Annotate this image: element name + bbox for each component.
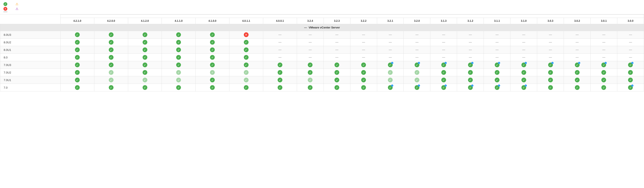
cell-7-15: ✓ xyxy=(510,84,537,91)
compatible-faded-cell-icon: ✓ xyxy=(388,70,393,75)
compatible-cell-icon: ✓ xyxy=(109,47,114,52)
row-label-2: 8.0U1 xyxy=(0,46,60,54)
cell-0-12: — xyxy=(430,31,457,39)
compatible-cell-icon: ✓ xyxy=(548,78,553,82)
compatible-past-cell-icon: ✓ xyxy=(414,85,419,90)
compatible-cell-icon: ✓ xyxy=(575,78,580,82)
not-supported-cell-icon: — xyxy=(469,48,472,52)
compatible-cell-icon: ✓ xyxy=(575,85,580,90)
compatible-cell-icon: ✓ xyxy=(142,40,147,45)
compatible-cell-icon: ✓ xyxy=(176,85,181,90)
table-row: 7.0U1✓✓✓✓✓✓✓✓✓✓✓✓✓✓✓✓✓✓✓✓ xyxy=(0,76,644,84)
compatible-cell-icon: ✓ xyxy=(441,78,446,82)
cell-1-10: — xyxy=(377,39,404,46)
compatible-cell-icon: ✓ xyxy=(142,85,147,90)
section-header-row: —VMware vCenter Server xyxy=(0,24,644,31)
compatible-cell-icon: ✓ xyxy=(75,63,80,67)
cell-1-12: — xyxy=(430,39,457,46)
not-supported-cell-icon: — xyxy=(522,48,525,52)
not-supported-cell-icon: — xyxy=(335,41,338,44)
cell-4-3: ✓ xyxy=(162,61,196,69)
cell-3-3: ✓ xyxy=(162,54,196,61)
cell-0-1: ✓ xyxy=(94,31,128,39)
not-supported-cell-icon: — xyxy=(549,56,552,59)
cell-0-18: — xyxy=(590,31,617,39)
cell-5-16: ✓ xyxy=(537,69,564,76)
ver-19: 3.0.0 xyxy=(617,18,644,24)
not-supported-cell-icon: — xyxy=(629,33,632,37)
compatible-cell-icon: ✓ xyxy=(210,40,215,45)
cell-1-0: ✓ xyxy=(60,39,94,46)
cell-4-13: ✓ xyxy=(457,61,484,69)
compatible-faded-cell-icon: ✓ xyxy=(308,78,312,82)
cell-5-15: ✓ xyxy=(510,69,537,76)
cell-7-0: ✓ xyxy=(60,84,94,91)
compatible-cell-icon: ✓ xyxy=(468,78,473,82)
cell-7-1: ✓ xyxy=(94,84,128,91)
cell-3-18: — xyxy=(590,54,617,61)
cell-4-2: ✓ xyxy=(128,61,162,69)
compatible-faded-cell-icon: ✓ xyxy=(414,78,419,82)
compatible-cell-icon: ✓ xyxy=(628,78,633,82)
cell-6-15: ✓ xyxy=(510,76,537,84)
not-supported-cell-icon: — xyxy=(576,48,579,52)
cell-2-15: — xyxy=(510,46,537,54)
compatible-cell-icon: ✓ xyxy=(75,85,80,90)
cell-4-9: ✓ xyxy=(350,61,377,69)
cell-4-0: ✓ xyxy=(60,61,94,69)
cell-5-17: ✓ xyxy=(564,69,590,76)
cell-1-19: — xyxy=(617,39,644,46)
ver-17: 3.0.2 xyxy=(564,18,590,24)
cell-1-3: ✓ xyxy=(162,39,196,46)
cell-4-6: ✓ xyxy=(263,61,297,69)
cell-0-4: ✓ xyxy=(196,31,230,39)
ver-2: 4.1.2.0 xyxy=(128,18,162,24)
compatible-faded-cell-icon: ✓ xyxy=(109,70,114,75)
past-egs-icon: ⚠ xyxy=(16,7,18,11)
cell-0-16: — xyxy=(537,31,564,39)
cell-6-19: ✓ xyxy=(617,76,644,84)
ver-14: 3.1.1 xyxy=(484,18,510,24)
cell-7-8: ✓ xyxy=(324,84,350,91)
legend-incompatible: ✕ xyxy=(4,7,8,11)
compatible-faded-cell-icon: ✓ xyxy=(142,78,147,82)
compatible-cell-icon: ✓ xyxy=(176,32,181,37)
compatible-past-cell-icon: ✓ xyxy=(414,63,419,67)
cell-6-4: ✓ xyxy=(196,76,230,84)
compatible-past-cell-icon: ✓ xyxy=(628,63,633,67)
ver-1: 4.2.0.0 xyxy=(94,18,128,24)
cell-6-11: ✓ xyxy=(404,76,430,84)
compatible-cell-icon: ✓ xyxy=(75,70,80,75)
not-supported-cell-icon: — xyxy=(442,33,445,37)
compatible-cell-icon: ✓ xyxy=(628,70,633,75)
cell-3-2: ✓ xyxy=(128,54,162,61)
cell-5-18: ✓ xyxy=(590,69,617,76)
compatible-cell-icon: ✓ xyxy=(334,78,339,82)
cell-0-0: ✓ xyxy=(60,31,94,39)
cell-4-11: ✓ xyxy=(404,61,430,69)
compatible-faded-cell-icon: ✓ xyxy=(414,70,419,75)
cell-3-11: — xyxy=(404,54,430,61)
ver-0: 4.2.1.0 xyxy=(60,18,94,24)
row-label-7: 7.0 xyxy=(0,84,60,91)
cell-6-9: ✓ xyxy=(350,76,377,84)
cell-2-12: — xyxy=(430,46,457,54)
compatible-cell-icon: ✓ xyxy=(176,40,181,45)
cell-0-15: — xyxy=(510,31,537,39)
cell-3-14: — xyxy=(484,54,510,61)
compatible-cell-icon: ✓ xyxy=(278,63,282,67)
cell-5-5: ✓ xyxy=(230,69,263,76)
ver-8: 3.2.3 xyxy=(324,18,350,24)
cell-1-11: — xyxy=(404,39,430,46)
compatible-faded-cell-icon: ✓ xyxy=(176,70,181,75)
not-supported-cell-icon: — xyxy=(309,41,312,44)
compatible-cell-icon: ✓ xyxy=(495,70,500,75)
legend-past-egs: ⚠ xyxy=(16,7,20,11)
not-supported-cell-icon: — xyxy=(629,48,632,52)
cell-1-5: ✓ xyxy=(230,39,263,46)
header-row xyxy=(0,15,644,18)
cell-3-1: ✓ xyxy=(94,54,128,61)
compatible-cell-icon: ✓ xyxy=(278,78,282,82)
cell-1-8: — xyxy=(324,39,350,46)
cell-4-15: ✓ xyxy=(510,61,537,69)
